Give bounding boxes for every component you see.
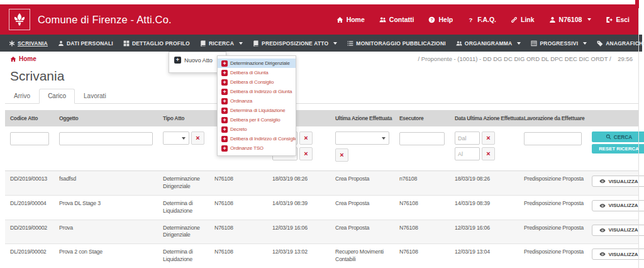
filter-ultima-azione-select[interactable] [335,131,389,145]
menu-item-label: Determina di Liquidazione [230,108,286,113]
header-menu-n76108[interactable]: N76108 [549,16,592,23]
cell-oggetto: Prova 2 con Stage [54,244,158,268]
page-title: Scrivania [10,69,644,84]
plus-square-icon [221,98,228,104]
header-menu-label: F.A.Q. [477,16,496,23]
menu-item-label: Delibera di Indirizzo di Giunta [230,89,292,94]
cerca-label: CERCA [614,134,633,140]
cell-ultima-azione: Recupero Movimenti Contabili [330,244,394,268]
menu-item-determina-di-liquidazione[interactable]: Determina di Liquidazione [218,106,296,115]
nuovo-atto-submenu: Determinazione DirigenzialeDelibera di G… [217,55,296,156]
visualizza-button[interactable]: VISUALIZZA [592,225,644,236]
cell-esecutore: N76108 [394,220,450,244]
grid-icon [123,40,130,47]
menu-item-ordinanza[interactable]: Ordinanza [218,96,296,106]
nav-item-scrivania[interactable]: SCRIVANIA [4,35,53,52]
nav-item-ricerca[interactable]: RICERCA [195,35,248,52]
cell-codice: DD/2019/00013 [5,171,54,196]
cell-lavorazione: Predisposizione Proposta [519,171,587,196]
cell-esecutore: N76108 [394,244,450,268]
menu-item-label: Determinazione Dirigenziale [230,60,290,66]
cell-lavorazione: Predisposizione Proposta [519,220,587,244]
clear-data-dal-button[interactable] [299,131,313,145]
menu-item-determinazione-dirigenziale[interactable]: Determinazione Dirigenziale [218,59,296,68]
tab-arrivo[interactable]: Arrivo [5,89,39,104]
app-title: Comune di Firenze - Atti.Co. [38,14,172,26]
svg-text:?: ? [431,17,433,21]
clear-ultima-azione-button[interactable] [335,148,348,162]
nav-item-dettaglio-profilo[interactable]: DETTAGLIO PROFILO [118,35,195,52]
cell-data-ultima-azione: 14/03/19 08:39 [450,195,519,220]
header-menu-help[interactable]: ?Help [428,16,453,23]
nav-item-progressivi[interactable]: PROGRESSIVI [526,35,592,52]
header-menu-esci[interactable]: Esci [606,16,630,23]
breadcrumb-home-label: Home [19,55,36,62]
filter-row: CERCA RESET RICERCA [5,126,639,171]
menu-item-delibera-di-giunta[interactable]: Delibera di Giunta [218,68,296,77]
filter-esecutore-input[interactable] [399,132,445,145]
reset-ricerca-button[interactable]: RESET RICERCA [592,144,644,154]
filter-tipo-atto-select[interactable] [163,131,189,145]
col-actions [587,110,639,126]
chevron-down-icon [333,42,337,45]
cell-codice: DL/2019/00004 [5,195,54,220]
table-header-row: Codice Atto Oggetto Tipo Atto Ultima Azi… [5,110,639,126]
eye-icon [599,203,606,209]
col-tipo-atto: Tipo Atto [158,110,209,126]
clear-data-al-button[interactable] [299,147,313,160]
clear-data-ultima-dal-button[interactable] [482,131,495,145]
filter-lavorazione-input[interactable] [524,132,582,145]
menu-item-ordinanze-tso[interactable]: Ordinanze TSO [218,143,296,153]
breadcrumb-row: Home / Proponente - (10011) - DD DG DC D… [0,52,644,64]
menu-item-label: Ordinanza [230,98,252,104]
eye-icon [599,227,606,233]
chevron-down-icon [239,42,243,45]
nav-item-predisposizione-atto[interactable]: PREDISPOSIZIONE ATTO [248,35,342,52]
cerca-button[interactable]: CERCA [592,131,644,142]
chevron-down-icon [583,42,587,45]
nav-item-dati-personali[interactable]: DATI PERSONALI [53,35,118,52]
clear-data-ultima-al-button[interactable] [482,147,495,160]
breadcrumb-home[interactable]: Home [10,55,36,62]
nav-item-organigramma[interactable]: ORGANIGRAMMA [451,35,526,52]
filter-oggetto-input[interactable] [59,132,153,145]
nav-item-anagrafiche[interactable]: ANAGRAFICHE [592,35,644,52]
visualizza-label: VISUALIZZA [608,179,638,184]
link-icon [511,16,518,23]
header-menu-f-a-q[interactable]: ?F.A.Q. [467,16,496,23]
cell-data-creazione: 12/03/19 13:02 [267,244,330,268]
nav-item-monitoraggio-pubblicazioni[interactable]: MONITORAGGIO PUBBLICAZIONI [342,35,450,52]
header-menu-contatti[interactable]: Contatti [379,16,414,23]
tab-carico[interactable]: Carico [39,89,75,104]
help-icon: ? [428,16,435,23]
filter-data-ultima-al-input[interactable] [455,147,480,160]
menu-item-delibera-di-indirizzo-di-consiglio[interactable]: Delibera di Indirizzo di Consiglio [218,134,296,143]
header-menu-home[interactable]: Home [336,16,365,23]
menu-item-delibera-per-il-consiglio[interactable]: Delibera per il Consiglio [218,115,296,125]
fleur-de-lis-icon [13,13,26,26]
cell-tipo: Determina di Liquidazione [158,244,209,268]
menu-item-delibera-di-indirizzo-di-giunta[interactable]: Delibera di Indirizzo di Giunta [218,87,296,96]
tags-icon [597,40,603,47]
visualizza-button[interactable]: VISUALIZZA [592,200,644,211]
plus-square-icon [221,108,228,114]
col-codice-atto: Codice Atto [5,110,54,126]
col-esecutore: Esecutore [394,110,450,126]
header-menu-link[interactable]: Link [511,16,535,23]
filter-data-ultima-dal-input[interactable] [455,131,480,145]
clear-tipo-atto-filter-button[interactable] [191,131,204,145]
tab-lavorati[interactable]: Lavorati [75,89,115,104]
plus-square-icon [221,145,228,152]
header-menu: HomeContatti?Help?F.A.Q.LinkN76108Esci [336,16,630,23]
filter-codice-atto-input[interactable] [10,132,49,145]
header-menu-label: Esci [616,16,630,23]
cell-ultima-azione: Crea Proposta [330,171,394,196]
menu-item-decreto[interactable]: Decreto [218,125,296,134]
plus-square-icon [221,136,228,142]
header-menu-label: Contatti [389,16,414,23]
menu-item-nuovo-atto[interactable]: Nuovo Atto [174,57,221,64]
menu-item-delibera-di-consiglio[interactable]: Delibera di Consiglio [218,77,296,87]
visualizza-button[interactable]: VISUALIZZA [592,248,644,260]
nav-item-label: MONITORAGGIO PUBBLICAZIONI [356,40,445,47]
visualizza-button[interactable]: VISUALIZZA [592,176,644,187]
